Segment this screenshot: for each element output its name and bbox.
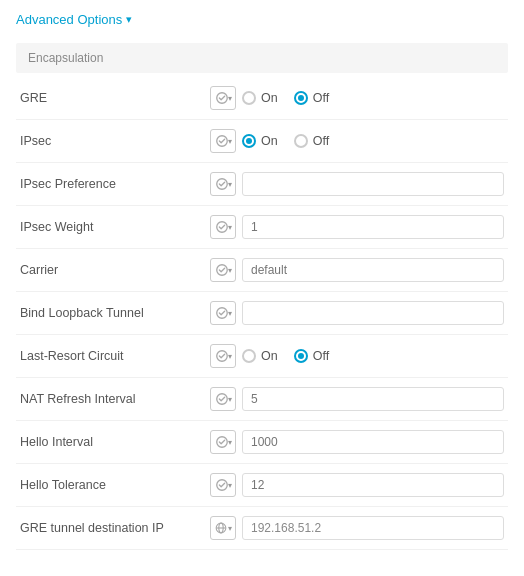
advanced-options-label: Advanced Options [16, 12, 122, 27]
globe-btn-gre-tunnel-dest-ip[interactable]: ▾ [210, 516, 236, 540]
field-row-bind-loopback-tunnel: Bind Loopback Tunnel ▾ [16, 292, 508, 335]
field-label-ipsec-preference: IPsec Preference [20, 177, 210, 191]
text-input-gre-tunnel-dest-ip[interactable] [242, 516, 504, 540]
icon-btn-bind-loopback-tunnel[interactable]: ▾ [210, 301, 236, 325]
field-row-hello-interval: Hello Interval ▾ [16, 421, 508, 464]
radio-label-ipsec-on: On [261, 134, 278, 148]
field-row-hello-tolerance: Hello Tolerance ▾ [16, 464, 508, 507]
icon-btn-gre[interactable]: ▾ [210, 86, 236, 110]
field-label-gre-tunnel-dest-ip: GRE tunnel destination IP [20, 521, 210, 535]
icon-btn-ipsec[interactable]: ▾ [210, 129, 236, 153]
field-label-hello-interval: Hello Interval [20, 435, 210, 449]
field-row-last-resort-circuit: Last-Resort Circuit ▾OnOff [16, 335, 508, 378]
radio-label-last-resort-circuit-on: On [261, 349, 278, 363]
chevron-down-icon: ▾ [126, 13, 132, 26]
field-row-carrier: Carrier ▾ [16, 249, 508, 292]
field-label-ipsec: IPsec [20, 134, 210, 148]
page-container: Advanced Options ▾ Encapsulation GRE ▾On… [0, 0, 524, 570]
field-label-nat-refresh-interval: NAT Refresh Interval [20, 392, 210, 406]
radio-option-ipsec-on[interactable]: On [242, 134, 278, 148]
field-control-ipsec: ▾OnOff [210, 129, 504, 153]
text-input-hello-tolerance[interactable] [242, 473, 504, 497]
field-label-ipsec-weight: IPsec Weight [20, 220, 210, 234]
field-control-nat-refresh-interval: ▾ [210, 387, 504, 411]
radio-group-last-resort-circuit: OnOff [242, 349, 329, 363]
field-control-ipsec-weight: ▾ [210, 215, 504, 239]
icon-btn-hello-tolerance[interactable]: ▾ [210, 473, 236, 497]
radio-circle-last-resort-circuit-on [242, 349, 256, 363]
radio-circle-last-resort-circuit-off [294, 349, 308, 363]
text-input-nat-refresh-interval[interactable] [242, 387, 504, 411]
icon-btn-nat-refresh-interval[interactable]: ▾ [210, 387, 236, 411]
radio-label-ipsec-off: Off [313, 134, 329, 148]
field-control-bind-loopback-tunnel: ▾ [210, 301, 504, 325]
field-control-gre-tunnel-dest-ip: ▾ [210, 516, 504, 540]
field-row-ipsec: IPsec ▾OnOff [16, 120, 508, 163]
field-row-nat-refresh-interval: NAT Refresh Interval ▾ [16, 378, 508, 421]
field-control-hello-tolerance: ▾ [210, 473, 504, 497]
field-label-gre: GRE [20, 91, 210, 105]
text-input-ipsec-preference[interactable] [242, 172, 504, 196]
text-input-hello-interval[interactable] [242, 430, 504, 454]
icon-btn-carrier[interactable]: ▾ [210, 258, 236, 282]
radio-circle-gre-on [242, 91, 256, 105]
radio-option-last-resort-circuit-on[interactable]: On [242, 349, 278, 363]
icon-btn-last-resort-circuit[interactable]: ▾ [210, 344, 236, 368]
field-control-hello-interval: ▾ [210, 430, 504, 454]
fields-container: GRE ▾OnOffIPsec ▾OnOffIPsec Preference ▾… [16, 77, 508, 550]
radio-circle-ipsec-on [242, 134, 256, 148]
field-label-hello-tolerance: Hello Tolerance [20, 478, 210, 492]
field-row-gre-tunnel-dest-ip: GRE tunnel destination IP ▾ [16, 507, 508, 550]
field-row-gre: GRE ▾OnOff [16, 77, 508, 120]
radio-label-gre-on: On [261, 91, 278, 105]
field-row-ipsec-preference: IPsec Preference ▾ [16, 163, 508, 206]
icon-btn-ipsec-preference[interactable]: ▾ [210, 172, 236, 196]
radio-group-ipsec: OnOff [242, 134, 329, 148]
field-control-gre: ▾OnOff [210, 86, 504, 110]
icon-btn-hello-interval[interactable]: ▾ [210, 430, 236, 454]
radio-option-gre-on[interactable]: On [242, 91, 278, 105]
text-input-ipsec-weight[interactable] [242, 215, 504, 239]
field-label-last-resort-circuit: Last-Resort Circuit [20, 349, 210, 363]
advanced-options-header[interactable]: Advanced Options ▾ [16, 12, 508, 27]
field-label-carrier: Carrier [20, 263, 210, 277]
field-control-last-resort-circuit: ▾OnOff [210, 344, 504, 368]
text-input-bind-loopback-tunnel[interactable] [242, 301, 504, 325]
radio-option-gre-off[interactable]: Off [294, 91, 329, 105]
field-control-ipsec-preference: ▾ [210, 172, 504, 196]
radio-circle-ipsec-off [294, 134, 308, 148]
field-control-carrier: ▾ [210, 258, 504, 282]
radio-label-gre-off: Off [313, 91, 329, 105]
radio-circle-gre-off [294, 91, 308, 105]
encapsulation-section-header: Encapsulation [16, 43, 508, 73]
radio-option-ipsec-off[interactable]: Off [294, 134, 329, 148]
text-input-carrier[interactable] [242, 258, 504, 282]
radio-label-last-resort-circuit-off: Off [313, 349, 329, 363]
encapsulation-label: Encapsulation [28, 51, 103, 65]
field-row-ipsec-weight: IPsec Weight ▾ [16, 206, 508, 249]
radio-option-last-resort-circuit-off[interactable]: Off [294, 349, 329, 363]
field-label-bind-loopback-tunnel: Bind Loopback Tunnel [20, 306, 210, 320]
radio-group-gre: OnOff [242, 91, 329, 105]
icon-btn-ipsec-weight[interactable]: ▾ [210, 215, 236, 239]
